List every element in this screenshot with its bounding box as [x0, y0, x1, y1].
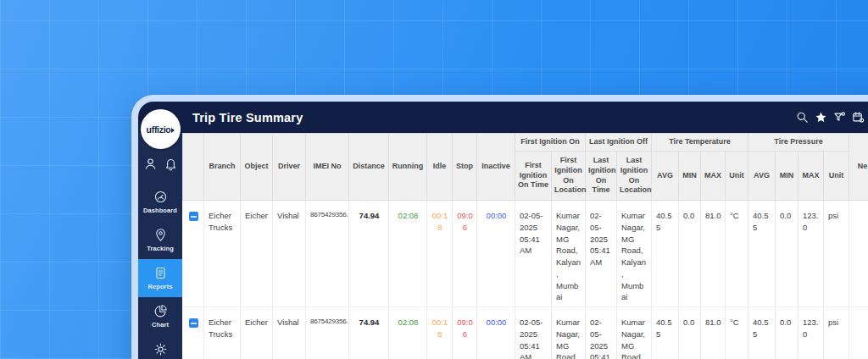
sidebar-item-label: Dashboard — [143, 207, 177, 214]
column-header: Inactive — [477, 134, 515, 201]
sidebar-item-label: Reports — [147, 283, 172, 290]
chart-pie-icon — [153, 304, 168, 318]
idle-cell: 00:18 — [427, 307, 453, 359]
column-header: Stop — [453, 134, 477, 201]
column-header: Branch — [204, 134, 241, 201]
tire-temp-unit-cell: °C — [726, 201, 748, 307]
dashboard-gauge-icon — [153, 190, 168, 204]
object-cell: Eicher — [241, 201, 273, 307]
last-ignition-on-location-cell: Kumar Nagar, MG Road, Kalyan, Mumbai — [617, 201, 652, 307]
first-ignition-on-location-cell: Kumar Nagar, MG Road, Kalyan, Mumbai — [552, 307, 586, 359]
tire-temp-max-cell: 81.0 — [701, 307, 726, 359]
row-select-cell[interactable] — [183, 307, 204, 359]
calendar-settings-icon[interactable] — [851, 111, 865, 124]
imei-cell: 8675429356.. — [306, 201, 349, 307]
row-checkbox[interactable] — [189, 212, 198, 221]
driver-cell: Vishal — [273, 201, 306, 307]
filter-icon[interactable] — [832, 111, 846, 124]
select-all-header[interactable] — [183, 134, 204, 201]
inactive-cell: 00:00 — [477, 201, 515, 307]
tire-temp-max-cell: 81.0 — [701, 201, 726, 307]
tire-pressure-avg-cell: 40.55 — [748, 307, 776, 359]
row-select-cell[interactable] — [183, 201, 204, 307]
app-window: Trip Tire Summary — [131, 95, 868, 359]
group-header-first-ignition-on: First Ignition On — [515, 134, 586, 152]
row-checkbox[interactable] — [189, 318, 198, 328]
tracking-pin-icon — [153, 228, 168, 242]
bell-icon[interactable] — [164, 157, 178, 171]
column-header: Unit — [726, 152, 748, 201]
uffizio-logo[interactable]: uffizio — [141, 109, 181, 149]
column-header: Last Ignition On Time — [586, 152, 617, 201]
column-header: MAX — [701, 152, 726, 201]
distance-cell: 74.94 — [349, 201, 389, 307]
distance-cell: 74.94 — [349, 307, 389, 359]
column-header: MAX — [798, 152, 824, 201]
tire-temp-min-cell: 0.0 — [679, 307, 701, 359]
user-icon[interactable] — [143, 157, 158, 171]
driver-cell: Vishal — [273, 307, 306, 359]
reports-document-icon — [153, 266, 168, 280]
sidebar-top-icons — [143, 157, 178, 171]
trip-tire-summary-table: Branch Object Driver IMEI No Distance Ru… — [182, 133, 868, 359]
column-header: IMEI No — [306, 134, 349, 201]
branch-cell: Eicher Trucks — [204, 307, 241, 359]
tire-pressure-unit-cell: psi — [824, 201, 849, 307]
table-row[interactable]: Eicher Trucks Eicher Vishal 8675429356..… — [183, 201, 868, 307]
running-cell: 02:08 — [389, 307, 427, 359]
tire-pressure-unit-cell: psi — [824, 307, 849, 359]
column-header: MIN — [679, 152, 701, 201]
tire-pressure-min-cell: 0.0 — [776, 307, 798, 359]
column-header: First Ignition On Time — [515, 152, 552, 201]
uffizio-logo-text: uffizio — [147, 124, 175, 135]
sidebar-nav: Dashboard Tracking Reports — [138, 183, 182, 359]
column-header: Unit — [824, 152, 849, 201]
tire-pressure-max-cell: 123.0 — [798, 201, 824, 307]
page-title: Trip Tire Summary — [192, 111, 303, 124]
sidebar-item-label: Chart — [152, 321, 169, 329]
sidebar-item-tracking[interactable]: Tracking — [138, 221, 182, 259]
sidebar-item-settings[interactable]: Settings — [138, 335, 182, 359]
tire-pressure-min-cell: 0.0 — [776, 201, 798, 307]
column-header: Running — [389, 134, 427, 201]
column-header: AVG — [652, 152, 679, 201]
sidebar-item-label: Tracking — [147, 245, 174, 252]
tire-temp-avg-cell: 40.55 — [652, 201, 679, 307]
column-header: Driver — [273, 134, 306, 201]
group-header-last-ignition-off: Last Ignition Off — [586, 134, 652, 152]
tire-pressure-avg-cell: 40.55 — [748, 201, 776, 307]
tire-temp-min-cell: 0.0 — [679, 201, 701, 307]
group-header-tire-pressure: Tire Pressure — [748, 134, 849, 152]
object-cell: Eicher — [241, 307, 273, 359]
partial-cell — [849, 307, 868, 359]
partial-cell — [849, 201, 868, 307]
column-header: Idle — [427, 134, 453, 201]
last-ignition-on-location-cell: Kumar Nagar, MG Road, Kalyan, Mumbai — [617, 307, 652, 359]
app-window-inner: Trip Tire Summary — [138, 102, 868, 359]
sidebar: Dashboard Tracking Reports — [138, 133, 182, 359]
tire-temp-avg-cell: 40.55 — [652, 307, 679, 359]
sidebar-item-dashboard[interactable]: Dashboard — [138, 183, 182, 221]
group-header-tire-temperature: Tire Temperature — [652, 134, 748, 152]
imei-cell: 8675429356.. — [306, 307, 349, 359]
first-ignition-on-time-cell: 02-05-2025 05:41 AM — [515, 201, 552, 307]
titlebar-icons — [795, 111, 868, 124]
idle-cell: 00:18 — [427, 201, 453, 307]
sidebar-item-chart[interactable]: Chart — [138, 297, 182, 335]
sidebar-item-reports[interactable]: Reports — [138, 259, 182, 297]
table-row[interactable]: Eicher Trucks Eicher Vishal 8675429356..… — [183, 307, 868, 359]
table-body: Eicher Trucks Eicher Vishal 8675429356..… — [183, 201, 868, 359]
last-ignition-on-time-cell: 02-05-2025 05:41 AM — [586, 307, 617, 359]
column-header: AVG — [748, 152, 776, 201]
branch-cell: Eicher Trucks — [204, 201, 241, 307]
column-header: Last Ignition On Location — [617, 152, 652, 201]
partial-column-header: Ne T — [849, 134, 868, 201]
star-icon[interactable] — [814, 111, 827, 124]
column-header: Distance — [349, 134, 389, 201]
first-ignition-on-location-cell: Kumar Nagar, MG Road, Kalyan, Mumbai — [552, 201, 586, 307]
stop-cell: 09:06 — [453, 307, 477, 359]
inactive-cell: 00:00 — [477, 307, 515, 359]
last-ignition-on-time-cell: 02-05-2025 05:41 AM — [586, 201, 617, 307]
first-ignition-on-time-cell: 02-05-2025 05:41 AM — [515, 307, 552, 359]
search-icon[interactable] — [795, 111, 809, 124]
